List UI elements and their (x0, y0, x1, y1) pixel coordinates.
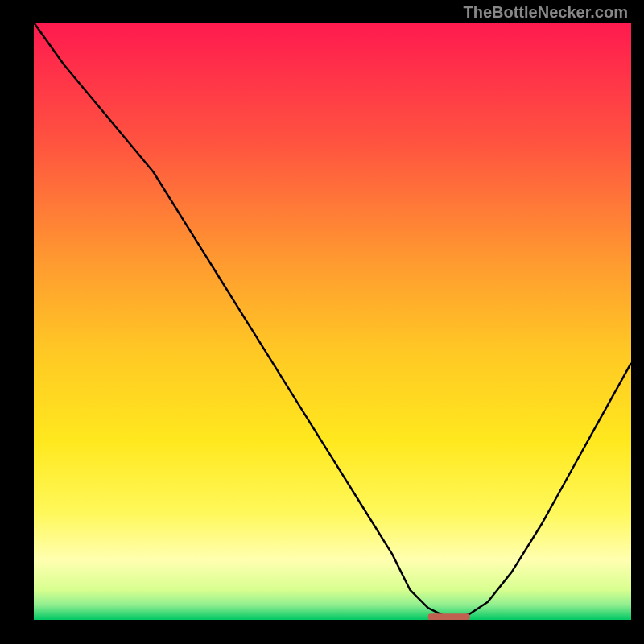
watermark-text: TheBottleNecker.com (463, 3, 628, 22)
chart-container: TheBottleNecker.com (0, 0, 644, 644)
chart-svg (34, 23, 631, 620)
gradient-background (34, 23, 631, 620)
optimal-marker (428, 613, 470, 620)
plot-area (34, 23, 631, 620)
